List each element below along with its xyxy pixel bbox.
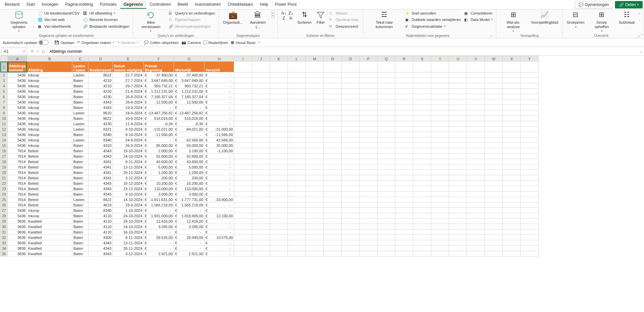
cell-G26[interactable]: €1.585.218,09 [174, 202, 204, 208]
cell-H34[interactable]: €- [204, 246, 234, 251]
cell-D1[interactable]: Kostensoort [89, 62, 113, 72]
cell-M24[interactable] [306, 192, 324, 197]
cell-E24[interactable]: 9-10-2024 [113, 192, 143, 197]
stocks-type-button[interactable]: 🏛Aandelen (... [246, 10, 270, 29]
cell-L3[interactable] [288, 78, 306, 83]
cell-L35[interactable] [288, 251, 306, 257]
cell-L14[interactable] [288, 137, 306, 143]
cell-T12[interactable] [431, 127, 449, 132]
cell-Y10[interactable] [521, 116, 539, 121]
cell-U28[interactable] [449, 213, 467, 219]
cell-D22[interactable]: 4343 [89, 181, 113, 186]
cell-B4[interactable]: Inkoop [27, 83, 72, 89]
cell-M20[interactable] [306, 170, 324, 175]
cell-E2[interactable]: 22-7-2024 [113, 72, 143, 78]
cell-G27[interactable]: €- [174, 208, 204, 213]
cell-V13[interactable] [467, 132, 485, 137]
cell-V10[interactable] [467, 116, 485, 121]
cell-D27[interactable]: 8340 [89, 208, 113, 213]
cell-S27[interactable] [413, 208, 431, 213]
cell-E28[interactable]: 24-10-2024 [113, 213, 143, 219]
cell-J13[interactable] [252, 132, 270, 137]
cell-S28[interactable] [413, 213, 431, 219]
cell-U20[interactable] [449, 170, 467, 175]
cell-G2[interactable]: €-37.400,00 [174, 72, 204, 78]
cell-Q8[interactable] [377, 105, 395, 110]
cell-K30[interactable] [270, 224, 288, 229]
cell-V1[interactable] [467, 62, 485, 72]
cell-C9[interactable]: Lasten [72, 110, 89, 116]
cell-L28[interactable] [288, 213, 306, 219]
cell-T1[interactable] [431, 62, 449, 72]
subtotal-button[interactable]: ☷Subtotaal [618, 10, 636, 25]
row-header-34[interactable]: 34 [0, 246, 8, 251]
cell-E19[interactable]: 13-11-2024 [113, 164, 143, 170]
cell-O34[interactable] [342, 246, 360, 251]
cell-W30[interactable] [485, 224, 503, 229]
autosave-toggle[interactable]: Automatisch opslaan [3, 40, 49, 45]
from-table-button[interactable]: ▦Van tabel/bereik [37, 23, 80, 29]
cell-D11[interactable]: 4230 [89, 121, 113, 127]
cell-T31[interactable] [431, 229, 449, 235]
cell-I17[interactable] [234, 154, 252, 159]
cell-W22[interactable] [485, 181, 503, 186]
cell-J6[interactable] [252, 94, 270, 99]
cell-K19[interactable] [270, 164, 288, 170]
cell-G31[interactable]: €- [174, 229, 204, 235]
cell-O25[interactable] [342, 197, 360, 202]
cell-S13[interactable] [413, 132, 431, 137]
cell-K10[interactable] [270, 116, 288, 121]
cell-J16[interactable] [252, 148, 270, 154]
cell-M18[interactable] [306, 159, 324, 164]
cell-X18[interactable] [503, 159, 521, 164]
what-if-button[interactable]: ⊞Wat-als-analyse [499, 10, 527, 33]
cell-I23[interactable] [234, 186, 252, 192]
cell-U16[interactable] [449, 148, 467, 154]
cell-L26[interactable] [288, 202, 306, 208]
cell-P29[interactable] [360, 219, 377, 224]
cell-A15[interactable]: 5436 [8, 143, 27, 148]
cell-Y31[interactable] [521, 229, 539, 235]
cell-Q25[interactable] [377, 197, 395, 202]
cell-H26[interactable]: €- [204, 202, 234, 208]
cell-C4[interactable]: Baten [72, 83, 89, 89]
cell-F7[interactable]: €12.500,00 [144, 99, 174, 105]
cell-T8[interactable] [431, 105, 449, 110]
cell-I24[interactable] [234, 192, 252, 197]
cell-W10[interactable] [485, 116, 503, 121]
cell-F15[interactable]: €85.000,00 [144, 143, 174, 148]
cell-B16[interactable]: Beleid [27, 148, 72, 154]
cell-H20[interactable]: €- [204, 170, 234, 175]
cell-E27[interactable]: 1-10-2024 [113, 208, 143, 213]
row-header-26[interactable]: 26 [0, 202, 8, 208]
cell-M25[interactable] [306, 197, 324, 202]
cell-U2[interactable] [449, 72, 467, 78]
cell-O26[interactable] [342, 202, 360, 208]
cell-S25[interactable] [413, 197, 431, 202]
cell-N6[interactable] [324, 94, 342, 99]
cell-U32[interactable] [449, 235, 467, 240]
cell-B8[interactable]: Inkoop [27, 105, 72, 110]
cell-W35[interactable] [485, 251, 503, 257]
share-button[interactable]: 🔗 Delen ▾ [615, 1, 643, 8]
cell-L22[interactable] [288, 181, 306, 186]
col-header-S[interactable]: S [413, 56, 431, 62]
cell-G20[interactable]: €1.200,00 [174, 170, 204, 175]
cell-R35[interactable] [395, 251, 413, 257]
cell-O10[interactable] [342, 116, 360, 121]
cell-O2[interactable] [342, 72, 360, 78]
cell-R32[interactable] [395, 235, 413, 240]
cell-Y6[interactable] [521, 94, 539, 99]
cell-O7[interactable] [342, 99, 360, 105]
cell-A31[interactable]: 9836 [8, 229, 27, 235]
cell-A10[interactable]: 5436 [8, 116, 27, 121]
cell-I13[interactable] [234, 132, 252, 137]
cell-G1[interactable]: Werkelijk [174, 62, 204, 72]
cell-D16[interactable]: 4343 [89, 148, 113, 154]
col-header-J[interactable]: J [252, 56, 270, 62]
row-header-6[interactable]: 6 [0, 94, 8, 99]
cell-L9[interactable] [288, 110, 306, 116]
cell-R16[interactable] [395, 148, 413, 154]
cell-Q6[interactable] [377, 94, 395, 99]
col-header-R[interactable]: R [395, 56, 413, 62]
